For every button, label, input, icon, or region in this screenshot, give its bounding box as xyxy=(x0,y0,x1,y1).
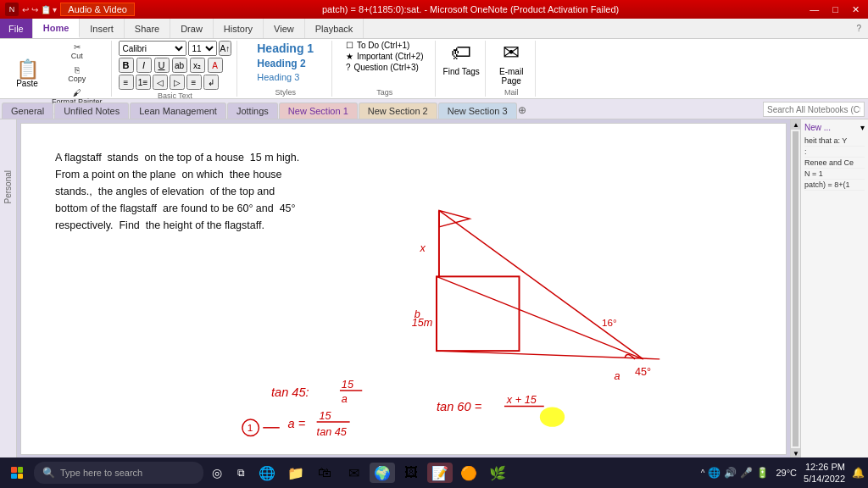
italic-button[interactable]: I xyxy=(136,58,152,73)
folder-button[interactable]: 📁 xyxy=(283,463,309,483)
taskbar-search-box[interactable]: 🔍 Type here to search xyxy=(34,462,203,484)
edge-button[interactable]: 🌐 xyxy=(254,463,280,483)
tab-general[interactable]: General xyxy=(2,103,53,119)
panel-item-3: Renee and Ce xyxy=(804,158,865,169)
copy-button[interactable]: ⎘ Copy xyxy=(48,64,106,85)
mail-label: Mail xyxy=(504,86,519,97)
grow-font-button[interactable]: A↑ xyxy=(219,41,232,56)
tab-view[interactable]: View xyxy=(264,19,305,38)
audio-video-tab[interactable]: Audio & Video xyxy=(60,3,135,16)
underline-button[interactable]: U xyxy=(154,58,170,73)
heading2-style[interactable]: Heading 2 xyxy=(253,57,309,70)
green-app-button[interactable]: 🌿 xyxy=(485,463,510,483)
tab-unfiled[interactable]: Unfiled Notes xyxy=(54,103,129,119)
todo-tag[interactable]: ☐ To Do (Ctrl+1) xyxy=(346,41,410,50)
battery-icon[interactable]: 🔋 xyxy=(756,467,769,479)
onenote-taskbar-button[interactable]: 📝 xyxy=(427,463,453,483)
numbering-button[interactable]: 1≡ xyxy=(136,75,151,90)
add-section-button[interactable]: ⊕ xyxy=(518,104,526,116)
system-tray: ^ 🌐 🔊 🎤 🔋 xyxy=(701,467,770,479)
email-page-label: E-mail Page xyxy=(492,67,530,86)
tray-expand-button[interactable]: ^ xyxy=(701,469,705,478)
bold-button[interactable]: B xyxy=(119,58,134,73)
sidebar-label: Personal xyxy=(3,170,13,203)
paste-button[interactable]: 📋 Paste xyxy=(8,51,46,98)
align-button[interactable]: ≡ xyxy=(186,75,202,90)
network-icon[interactable]: 🌐 xyxy=(708,467,721,479)
svg-point-27 xyxy=(540,407,565,426)
cut-icon: ✂ xyxy=(74,42,81,52)
tab-jottings[interactable]: Jottings xyxy=(227,103,278,119)
tab-draw[interactable]: Draw xyxy=(170,19,214,38)
scroll-thumb[interactable] xyxy=(793,131,798,446)
tab-home[interactable]: Home xyxy=(33,19,81,38)
question-tag[interactable]: ? Question (Ctrl+3) xyxy=(346,63,419,72)
tab-playback[interactable]: Playback xyxy=(305,19,364,38)
chrome-icon: 🌍 xyxy=(374,465,391,481)
heading1-style[interactable]: Heading 1 xyxy=(253,41,317,56)
panel-expand-button[interactable]: ▾ xyxy=(860,123,865,132)
notebook-search-input[interactable] xyxy=(763,102,865,117)
close-button[interactable]: ✕ xyxy=(849,4,863,15)
new-page-button[interactable]: New ... xyxy=(804,123,831,132)
clipboard-group: 📋 Paste ✂ Cut ⎘ Copy 🖌 Format Painter xyxy=(3,41,112,97)
maximize-button[interactable]: □ xyxy=(829,4,842,15)
folder-icon: 📁 xyxy=(287,465,304,481)
svg-marker-2 xyxy=(439,210,470,227)
svg-text:b: b xyxy=(415,308,420,320)
tab-new-section-3[interactable]: New Section 3 xyxy=(438,103,517,119)
notifications-button[interactable]: 🔔 xyxy=(852,467,865,479)
paste-label: Paste xyxy=(16,79,38,88)
scroll-up-button[interactable]: ▲ xyxy=(791,119,800,130)
task-view-button[interactable]: ⧉ xyxy=(231,463,251,483)
basic-text-content: Calibri 11 A↑ B I U ab x₂ A ≡ 1≡ ◁ ▷ xyxy=(119,41,232,90)
scroll-bar[interactable]: ▲ ▼ xyxy=(790,119,800,458)
tab-share[interactable]: Share xyxy=(125,19,170,38)
subscript-button[interactable]: x₂ xyxy=(190,58,205,73)
ribbon-content: 📋 Paste ✂ Cut ⎘ Copy 🖌 Format Painter xyxy=(0,39,868,98)
clock-area[interactable]: 12:26 PM 5/14/2022 xyxy=(804,461,845,485)
chrome-button[interactable]: 🌍 xyxy=(370,463,395,483)
strikethrough-button[interactable]: ab xyxy=(172,58,187,73)
windows-logo-icon xyxy=(11,467,23,479)
start-button[interactable] xyxy=(3,459,31,486)
tab-file[interactable]: File xyxy=(0,19,33,38)
indent-button[interactable]: ▷ xyxy=(170,75,185,90)
font-color-button[interactable]: A xyxy=(208,58,223,73)
font-size-select[interactable]: 11 xyxy=(188,41,217,56)
store-button[interactable]: 🛍 xyxy=(312,463,337,483)
bullets-button[interactable]: ≡ xyxy=(119,75,134,90)
photos-button[interactable]: 🖼 xyxy=(398,463,424,483)
clipboard-group-content: 📋 Paste ✂ Cut ⎘ Copy 🖌 Format Painter xyxy=(8,41,106,108)
help-icon[interactable]: ? xyxy=(849,19,868,38)
minimize-button[interactable]: — xyxy=(806,4,822,15)
volume-icon[interactable]: 🔊 xyxy=(724,467,737,479)
mail-button[interactable]: ✉ xyxy=(341,463,366,483)
cortana-button[interactable]: ◎ xyxy=(207,463,227,483)
tab-new-section-2[interactable]: New Section 2 xyxy=(359,103,437,119)
important-icon: ★ xyxy=(346,52,353,61)
notebook-tabs: General Unfiled Notes Lean Management Jo… xyxy=(0,99,868,119)
tab-history[interactable]: History xyxy=(214,19,264,38)
svg-text:1: 1 xyxy=(248,422,253,433)
time-display: 12:26 PM xyxy=(804,461,845,473)
email-page-button[interactable]: ✉ xyxy=(503,41,520,64)
tab-lean[interactable]: Lean Management xyxy=(130,103,226,119)
tab-new-section-1[interactable]: New Section 1 xyxy=(279,103,358,119)
orange-app-button[interactable]: 🟠 xyxy=(456,463,481,483)
find-tags-button[interactable]: 🏷 xyxy=(451,41,471,64)
window-controls[interactable]: — □ ✕ xyxy=(806,4,863,15)
microphone-icon[interactable]: 🎤 xyxy=(740,467,753,479)
outdent-button[interactable]: ◁ xyxy=(153,75,168,90)
tab-insert[interactable]: Insert xyxy=(80,19,125,38)
heading3-style[interactable]: Heading 3 xyxy=(253,71,303,83)
rtl-button[interactable]: ↲ xyxy=(203,75,219,90)
important-tag[interactable]: ★ Important (Ctrl+2) xyxy=(346,52,424,61)
svg-text:16°: 16° xyxy=(602,317,617,328)
svg-text:a =: a = xyxy=(287,417,305,430)
cut-button[interactable]: ✂ Cut xyxy=(48,41,106,62)
taskbar: 🔍 Type here to search ◎ ⧉ 🌐 📁 🛍 ✉ 🌍 🖼 📝 … xyxy=(0,458,868,488)
edge-icon: 🌐 xyxy=(259,465,275,481)
page-content[interactable]: A flagstaff stands on the top of a house… xyxy=(20,123,787,455)
font-family-select[interactable]: Calibri xyxy=(119,41,186,56)
